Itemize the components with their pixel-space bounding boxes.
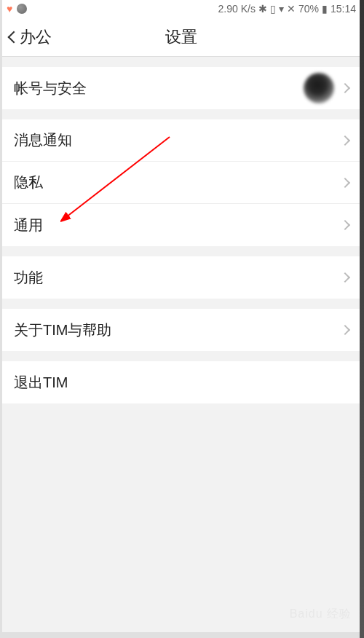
signal-icon: ✕ [287, 3, 296, 15]
chevron-right-icon [340, 135, 350, 145]
wifi-icon: ▾ [279, 3, 284, 15]
chevron-right-icon [340, 325, 350, 335]
row-label: 通用 [14, 216, 341, 235]
back-label: 办公 [20, 26, 52, 48]
row-privacy[interactable]: 隐私 [2, 162, 360, 204]
avatar [304, 73, 334, 103]
status-bar: ♥ 2.90 K/s ✱ ▯ ▾ ✕ 70% ▮ 15:14 [2, 0, 360, 17]
row-label: 帐号与安全 [14, 79, 304, 98]
battery-icon: ▮ [322, 3, 328, 15]
row-general[interactable]: 通用 [2, 204, 360, 246]
page-title: 设置 [165, 26, 197, 48]
bluetooth-icon: ✱ [258, 3, 267, 15]
right-edge-decoration [360, 0, 364, 638]
row-notifications[interactable]: 消息通知 [2, 119, 360, 162]
network-speed: 2.90 K/s [218, 3, 256, 15]
battery-percent: 70% [298, 3, 319, 15]
row-label: 关于TIM与帮助 [14, 320, 341, 340]
watermark: Baidu 经验 [290, 607, 352, 622]
chevron-right-icon [340, 272, 350, 283]
row-logout[interactable]: 退出TIM [2, 361, 360, 403]
row-about-help[interactable]: 关于TIM与帮助 [2, 309, 360, 351]
vibrate-icon: ▯ [270, 3, 276, 15]
back-button[interactable]: 办公 [2, 26, 52, 48]
row-label: 退出TIM [14, 373, 349, 393]
chevron-left-icon [8, 31, 20, 43]
row-features[interactable]: 功能 [2, 256, 360, 299]
chevron-right-icon [340, 83, 350, 93]
circle-icon [17, 4, 27, 14]
row-label: 消息通知 [14, 130, 341, 150]
clock: 15:14 [331, 3, 356, 15]
row-label: 隐私 [14, 173, 341, 192]
row-account-security[interactable]: 帐号与安全 [2, 67, 360, 109]
heart-icon: ♥ [7, 3, 12, 15]
nav-bar: 办公 设置 [2, 17, 360, 57]
chevron-right-icon [340, 177, 350, 187]
row-label: 功能 [14, 268, 341, 288]
chevron-right-icon [340, 220, 350, 230]
